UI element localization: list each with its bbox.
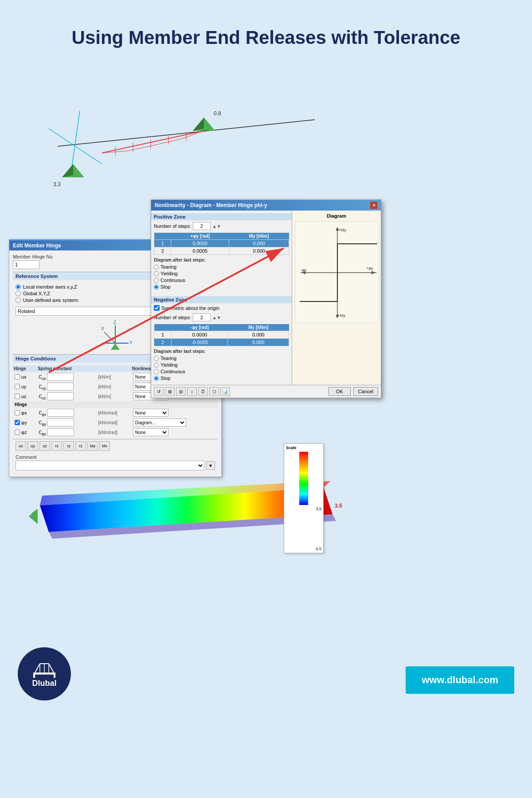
phiy-checkbox[interactable] <box>15 420 20 425</box>
svg-text:0.8: 0.8 <box>214 110 221 117</box>
hinge-row-phiz: φz Cφz [kNm/rad] None <box>13 427 218 437</box>
axis-svg: Z Y X <box>98 319 133 354</box>
footer-icon-2[interactable]: ⊞ <box>165 387 175 396</box>
hinge-col-hinge: Hinge <box>13 365 37 372</box>
hinge-rotation-header: Hinge <box>13 401 218 408</box>
nonlinear-diagram-panel: Diagram <box>292 211 381 385</box>
nonlinear-close-btn[interactable]: ✕ <box>370 202 377 209</box>
svg-rect-47 <box>33 673 55 674</box>
svg-line-22 <box>104 332 115 343</box>
after-last-label: Diagram after last steps: <box>154 258 289 262</box>
radio-yielding[interactable]: Yielding <box>154 271 289 276</box>
svg-marker-32 <box>372 271 375 274</box>
pos-header-phi: +φy [rad] <box>171 233 229 240</box>
phiy-spring[interactable] <box>47 419 74 426</box>
footer-icons: ↺ ⊞ ⊟ ↕ 🗒 ⬡ 📊 <box>154 387 230 396</box>
cancel-button[interactable]: Cancel <box>353 387 378 396</box>
negative-zone-title: Negative Zone <box>151 296 292 303</box>
neg-row-1[interactable]: 1 0.0000 0.000 <box>154 331 289 339</box>
pos-row-2[interactable]: 2 0.0005 0.000 <box>154 247 289 255</box>
svg-text:-My: -My <box>339 313 345 318</box>
page-header: Using Member End Releases with Tolerance <box>0 0 532 62</box>
phix-spring[interactable] <box>47 409 74 417</box>
ok-button[interactable]: OK <box>329 387 351 396</box>
hinge-row-phiy: φy Cφy [kNm/rad] Diagram... None <box>13 418 218 427</box>
svg-text:+φy: +φy <box>366 266 373 270</box>
nonlinear-footer: ↺ ⊞ ⊟ ↕ 🗒 ⬡ 📊 OK Cancel <box>151 385 381 398</box>
uz-checkbox[interactable] <box>15 394 20 399</box>
dlubal-logo: Dlubal <box>18 647 71 700</box>
hinge-row-phix: φx Cφx [kNm/rad] None <box>13 408 218 418</box>
nonlinear-title: Nonlinearity - Diagram - Member Hinge ph… <box>155 202 267 208</box>
neg-radio-stop[interactable]: Stop <box>154 376 289 381</box>
footer-icon-5[interactable]: 🗒 <box>198 387 208 396</box>
ux-checkbox[interactable] <box>15 374 20 379</box>
color-scale-panel: Scale 3.5 0.0 <box>284 443 324 553</box>
dialog-nonlinear[interactable]: Nonlinearity - Diagram - Member Hinge ph… <box>151 200 381 398</box>
ux-spring[interactable] <box>47 373 74 381</box>
logo-section: Dlubal <box>18 647 71 700</box>
dialog-action-btns: OK Cancel <box>329 387 378 396</box>
negative-steps-row: Number of steps: ▲▼ <box>154 313 289 321</box>
svg-text:X: X <box>101 326 104 331</box>
radio-tearing[interactable]: Tearing <box>154 264 289 270</box>
pos-row-1[interactable]: 1 0.0000 0.000 <box>154 240 289 247</box>
uz-spring[interactable] <box>47 392 74 400</box>
phiz-spring[interactable] <box>47 428 74 436</box>
pos-header-my: My [kNm] <box>229 233 289 240</box>
radio-continuous[interactable]: Continuous <box>154 278 289 283</box>
svg-text:Y: Y <box>129 340 133 345</box>
phiy-nonlinear[interactable]: Diagram... None <box>133 419 186 426</box>
neg-radio-tearing[interactable]: Tearing <box>154 356 289 361</box>
neg-row-2[interactable]: 2 -0.0005 0.000 <box>154 339 289 346</box>
svg-line-50 <box>35 664 40 673</box>
phiz-nonlinear[interactable]: None <box>133 428 168 436</box>
logo-text: Dlubal <box>32 679 56 688</box>
footer-icon-1[interactable]: ↺ <box>154 387 164 396</box>
footer-icon-6[interactable]: ⬡ <box>209 387 219 396</box>
phix-nonlinear[interactable]: None <box>133 409 168 417</box>
svg-text:3.3: 3.3 <box>53 181 61 188</box>
svg-rect-48 <box>33 673 35 678</box>
radio-stop[interactable]: Stop <box>154 284 289 289</box>
positive-zone-title: Positive Zone <box>151 213 292 220</box>
svg-text:-φy: -φy <box>301 268 307 272</box>
neg-radio-continuous[interactable]: Continuous <box>154 369 289 374</box>
hinge-col-spring: Spring constant <box>37 365 131 372</box>
symmetric-label: Symmetric about the origin <box>161 305 219 311</box>
nonlinear-body: Positive Zone Number of steps: ▲▼ +φy [r… <box>151 211 381 385</box>
negative-table: -φy [rad] My [kNm] 1 0.0000 0.000 2 -0.0… <box>154 324 289 346</box>
neg-after-last-label: Diagram after last steps: <box>154 349 289 354</box>
neg-header-my: My [kNm] <box>228 324 289 331</box>
svg-line-51 <box>49 664 54 673</box>
svg-rect-49 <box>54 673 55 678</box>
svg-marker-26 <box>111 343 120 350</box>
main-content: 0.8 3.3 Edit Member Hinge Member Hinge N… <box>0 62 532 718</box>
positive-table: +φy [rad] My [kNm] 1 0.0000 0.000 2 0.00… <box>154 233 289 255</box>
symmetric-row[interactable]: Symmetric about the origin <box>154 305 289 311</box>
negative-steps-input[interactable] <box>193 313 211 321</box>
phix-checkbox[interactable] <box>15 410 20 415</box>
neg-radio-yielding[interactable]: Yielding <box>154 362 289 368</box>
footer-icon-3[interactable]: ⊟ <box>176 387 186 396</box>
negative-steps-label: Number of steps: <box>154 315 191 320</box>
svg-marker-44 <box>29 509 38 524</box>
symmetric-checkbox[interactable] <box>154 305 160 311</box>
footer-icon-7[interactable]: 📊 <box>220 387 230 396</box>
neg-header-phi: -φy [rad] <box>172 324 228 331</box>
uy-checkbox[interactable] <box>15 384 20 389</box>
nonlinear-title-bar: Nonlinearity - Diagram - Member Hinge ph… <box>151 200 381 211</box>
footer-icon-4[interactable]: ↕ <box>187 387 197 396</box>
uy-spring[interactable] <box>47 383 74 391</box>
phiz-checkbox[interactable] <box>15 430 20 435</box>
positive-steps-input[interactable] <box>193 222 211 230</box>
positive-steps-label: Number of steps: <box>154 223 191 229</box>
bridge-icon <box>31 660 58 678</box>
svg-text:3.5: 3.5 <box>335 503 342 509</box>
website-button[interactable]: www.dlubal.com <box>406 666 514 694</box>
diagram-svg: +φy -φy +My -My <box>295 221 379 323</box>
svg-text:Z: Z <box>113 320 116 325</box>
member-hinge-no-input[interactable] <box>13 260 39 269</box>
diagram-title: Diagram <box>295 213 378 219</box>
color-gradient-bar <box>299 452 308 505</box>
